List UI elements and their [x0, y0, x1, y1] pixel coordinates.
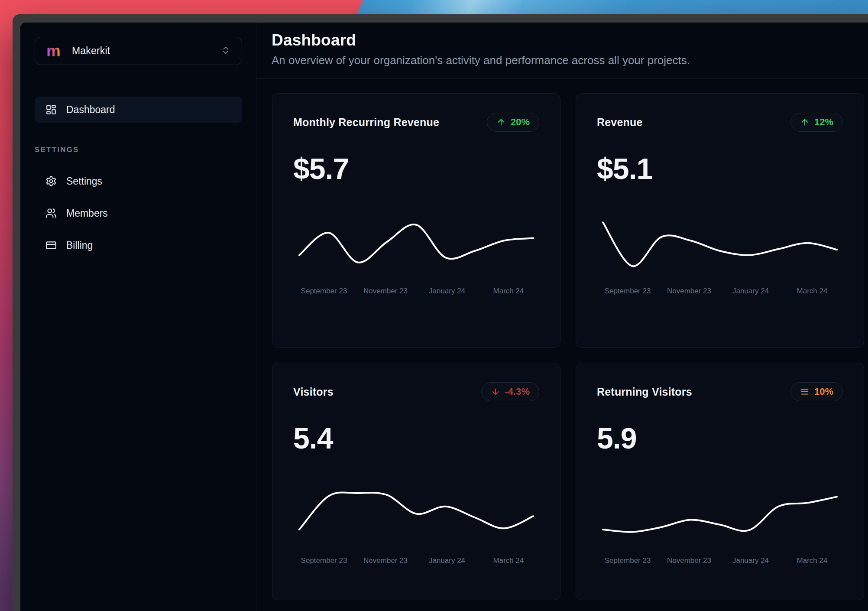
trend-badge: -4.3% — [481, 382, 539, 401]
sidebar-item-dashboard[interactable]: Dashboard — [35, 97, 242, 123]
sidebar-item-label: Settings — [66, 176, 102, 187]
sparkline-chart: September 23November 23January 24March 2… — [293, 212, 539, 299]
metric-card-revenue: Revenue 12% $5.1 September 23November 23… — [576, 93, 864, 348]
trend-value: 12% — [814, 117, 833, 128]
x-axis-tick: November 23 — [667, 556, 711, 565]
desktop-wallpaper: m Makerkit Dashboard SETTINGS — [0, 0, 868, 611]
x-axis-tick: January 24 — [429, 556, 465, 565]
menu-icon — [800, 387, 810, 396]
metric-value: $5.7 — [293, 152, 539, 185]
page-header: Dashboard An overview of your organizati… — [256, 23, 868, 79]
arrow-up-icon — [800, 117, 810, 127]
card-title: Revenue — [597, 116, 643, 129]
gear-icon — [45, 176, 57, 187]
workspace-name: Makerkit — [72, 45, 110, 57]
arrow-down-icon — [491, 387, 500, 396]
trend-badge: 10% — [790, 382, 843, 401]
metric-value: 5.4 — [293, 421, 539, 455]
page-subtitle: An overview of your organization's activ… — [272, 54, 861, 67]
x-axis-tick: November 23 — [363, 287, 408, 296]
app-window: m Makerkit Dashboard SETTINGS — [13, 14, 868, 611]
sparkline-line — [597, 212, 843, 286]
sparkline-chart: September 23November 23January 24March 2… — [597, 212, 843, 299]
x-axis-tick: January 24 — [429, 287, 465, 296]
sidebar-item-label: Billing — [66, 240, 93, 251]
sidebar-item-billing[interactable]: Billing — [35, 236, 242, 255]
credit-card-icon — [45, 240, 57, 251]
sidebar: m Makerkit Dashboard SETTINGS — [20, 23, 256, 611]
x-axis-tick: January 24 — [732, 287, 769, 296]
workspace-selector[interactable]: m Makerkit — [35, 37, 242, 65]
x-axis-tick: September 23 — [605, 556, 651, 565]
metric-card-returning-visitors: Returning Visitors 10% 5.9 September 23N… — [576, 363, 864, 600]
x-axis-tick: January 24 — [732, 556, 769, 565]
sidebar-item-settings[interactable]: Settings — [35, 172, 242, 191]
sparkline-chart: September 23November 23January 24March 2… — [293, 482, 539, 569]
x-axis-ticks: September 23November 23January 24March 2… — [597, 287, 843, 299]
metric-card-monthly-recurring-revenue: Monthly Recurring Revenue 20% $5.7 Septe… — [272, 93, 560, 348]
sparkline-line — [293, 482, 539, 556]
trend-value: 10% — [814, 386, 833, 397]
x-axis-tick: March 24 — [797, 556, 828, 565]
users-icon — [45, 208, 57, 219]
x-axis-tick: March 24 — [797, 287, 828, 296]
sidebar-nav: Dashboard SETTINGS Settings Members — [35, 97, 242, 255]
x-axis-ticks: September 23November 23January 24March 2… — [293, 556, 539, 569]
metric-value: 5.9 — [597, 421, 843, 455]
x-axis-tick: November 23 — [667, 287, 711, 296]
sidebar-section-settings: SETTINGS — [35, 146, 242, 154]
x-axis-tick: March 24 — [493, 287, 524, 296]
x-axis-tick: September 23 — [301, 287, 347, 296]
sidebar-item-label: Members — [66, 208, 108, 219]
chevrons-up-down-icon — [221, 46, 230, 57]
app-content: m Makerkit Dashboard SETTINGS — [20, 23, 868, 611]
trend-badge: 20% — [487, 113, 539, 132]
x-axis-tick: September 23 — [605, 287, 651, 296]
x-axis-tick: March 24 — [493, 556, 524, 565]
makerkit-logo: m — [46, 43, 61, 59]
x-axis-ticks: September 23November 23January 24March 2… — [597, 556, 843, 569]
trend-badge: 12% — [790, 113, 843, 132]
metric-value: $5.1 — [597, 152, 843, 185]
card-title: Returning Visitors — [597, 386, 692, 398]
metric-cards-grid: Monthly Recurring Revenue 20% $5.7 Septe… — [256, 79, 868, 600]
x-axis-ticks: September 23November 23January 24March 2… — [293, 287, 539, 299]
sidebar-item-label: Dashboard — [66, 104, 115, 116]
page-title: Dashboard — [272, 31, 861, 49]
trend-value: -4.3% — [505, 386, 530, 397]
sparkline-line — [597, 482, 843, 556]
sidebar-item-members[interactable]: Members — [35, 204, 242, 223]
card-title: Monthly Recurring Revenue — [293, 116, 439, 129]
arrow-up-icon — [496, 117, 506, 127]
card-title: Visitors — [293, 386, 334, 398]
sparkline-chart: September 23November 23January 24March 2… — [597, 482, 843, 569]
main-content: Dashboard An overview of your organizati… — [256, 23, 868, 611]
layout-dashboard-icon — [45, 104, 57, 115]
sparkline-line — [293, 212, 539, 286]
metric-card-visitors: Visitors -4.3% 5.4 September 23November … — [272, 363, 560, 600]
x-axis-tick: November 23 — [363, 556, 408, 565]
trend-value: 20% — [511, 117, 530, 128]
x-axis-tick: September 23 — [301, 556, 347, 565]
